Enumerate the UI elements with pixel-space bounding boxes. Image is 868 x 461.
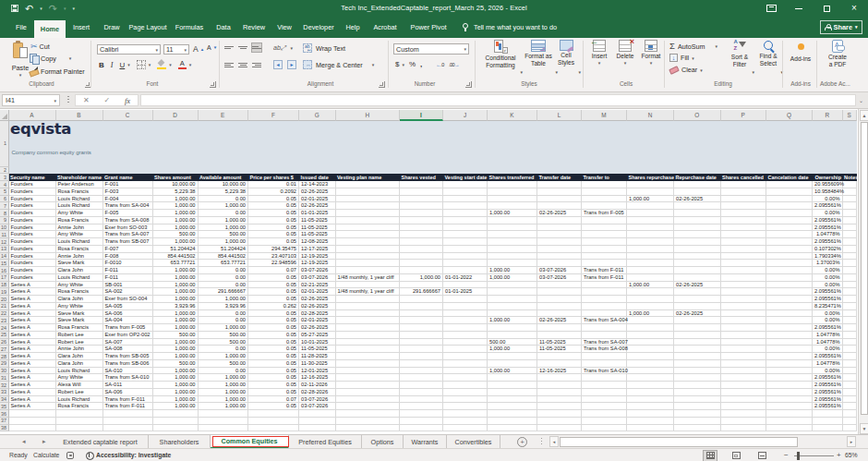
cell-D8[interactable]: 1,000.00: [153, 210, 199, 217]
column-header-L[interactable]: L: [537, 110, 582, 121]
cell-P19[interactable]: [721, 288, 767, 296]
cell-H25[interactable]: [336, 332, 401, 339]
cell-D22[interactable]: 1,000.00: [153, 310, 199, 318]
cell-I11[interactable]: [400, 231, 443, 238]
cell-N37[interactable]: [627, 418, 674, 425]
cell-C30[interactable]: SA-010: [103, 368, 153, 375]
cell-G28[interactable]: 11-28-2025: [299, 353, 336, 360]
cell-L12[interactable]: [537, 238, 582, 246]
ribbon-tab-insert[interactable]: Insert: [66, 17, 97, 38]
cell-A25[interactable]: Series A: [9, 332, 56, 339]
cell-L21[interactable]: [537, 303, 582, 310]
cell-J12[interactable]: [443, 238, 488, 246]
cell-D12[interactable]: 1,000.00: [153, 238, 199, 246]
cell-J6[interactable]: [443, 196, 488, 203]
cell-J36[interactable]: [443, 410, 488, 418]
cell-E21[interactable]: 3,929.96: [199, 303, 249, 310]
cell-G8[interactable]: 01-01-2025: [299, 210, 336, 217]
cell-I27[interactable]: [400, 346, 443, 353]
page-break-view-button[interactable]: [755, 451, 768, 461]
borders-button[interactable]: [137, 60, 146, 69]
cell-O12[interactable]: [674, 238, 721, 246]
cell-D26[interactable]: 1,000.00: [153, 339, 199, 346]
column-header-S[interactable]: S: [843, 110, 858, 121]
cell-K23[interactable]: 1,000.00: [488, 317, 537, 324]
new-sheet-button[interactable]: +: [517, 437, 527, 447]
orientation-button[interactable]: ab⤢: [273, 44, 285, 52]
cell-O17[interactable]: [674, 274, 721, 282]
delete-cells-button[interactable]: × Delete ▾: [612, 40, 638, 78]
cell-A12[interactable]: Founders: [9, 238, 56, 246]
ribbon-tab-formulas[interactable]: Formulas: [169, 17, 210, 38]
italic-button[interactable]: I: [111, 61, 114, 69]
cell-M19[interactable]: [582, 288, 627, 296]
cell-M35[interactable]: [582, 403, 627, 410]
cell-H20[interactable]: [336, 296, 401, 303]
cell-C27[interactable]: SA-008: [103, 346, 153, 353]
cell-A14[interactable]: Founders: [9, 253, 56, 261]
row-header-32[interactable]: 32: [0, 382, 9, 389]
cell-O22[interactable]: 02-26-2025: [674, 310, 721, 318]
cell-P14[interactable]: [721, 253, 767, 261]
cell-L5[interactable]: [537, 188, 582, 196]
number-dialog-launcher[interactable]: [465, 81, 472, 88]
column-header-O[interactable]: O: [674, 110, 721, 121]
cell-Q28[interactable]: [766, 353, 813, 360]
cell-R12[interactable]: 2.095561%: [813, 238, 843, 246]
cell-O4[interactable]: [674, 181, 721, 188]
cell-C33[interactable]: SA-006: [103, 389, 153, 396]
sheet-nav-left-icon[interactable]: ◂: [22, 435, 26, 449]
cell-P9[interactable]: [721, 217, 767, 224]
sheet-tab-convertibles[interactable]: Convertibles: [447, 435, 500, 449]
column-header-A[interactable]: A: [9, 110, 56, 121]
cell-N28[interactable]: [627, 353, 674, 360]
cell-O27[interactable]: [674, 346, 721, 353]
cell-J33[interactable]: [443, 389, 488, 396]
cell-N10[interactable]: [627, 224, 674, 232]
cell-D10[interactable]: 1,000.00: [153, 224, 199, 232]
cell-H24[interactable]: [336, 324, 401, 332]
cell-G26[interactable]: 10-01-2025: [299, 339, 336, 346]
cell-I36[interactable]: [400, 410, 443, 418]
cell-G19[interactable]: 02-01-2025: [299, 288, 336, 296]
cell-C11[interactable]: Trans from SA-007: [103, 231, 153, 238]
cell-K9[interactable]: [488, 217, 537, 224]
cell-O32[interactable]: [674, 382, 721, 389]
cell-G6[interactable]: 02-01-2025: [299, 196, 336, 203]
cell-H34[interactable]: [336, 396, 401, 404]
cell-E8[interactable]: 0.00: [199, 210, 249, 217]
cell-F37[interactable]: [248, 418, 299, 425]
cell-L6[interactable]: [537, 196, 582, 203]
column-header-D[interactable]: D: [153, 110, 199, 121]
cell-O10[interactable]: [674, 224, 721, 232]
cell-B37[interactable]: [56, 418, 103, 425]
cell-H11[interactable]: [336, 231, 401, 238]
cell-F12[interactable]: 0.05: [248, 238, 299, 246]
hscroll-right-button[interactable]: ▸: [847, 436, 856, 447]
cell-D33[interactable]: 1,000.00: [153, 389, 199, 396]
cell-L20[interactable]: [537, 296, 582, 303]
cell-M16[interactable]: Trans from F-011: [582, 267, 627, 274]
restore-button[interactable]: [813, 0, 840, 17]
cell-E24[interactable]: 1,000.00: [199, 324, 249, 332]
font-dialog-launcher[interactable]: [210, 81, 216, 88]
cell-H27[interactable]: [336, 346, 401, 353]
align-right-button[interactable]: [252, 61, 261, 69]
cell-G27[interactable]: 11-05-2025: [299, 346, 336, 353]
cell-I22[interactable]: [400, 310, 443, 318]
cell-H36[interactable]: [336, 410, 401, 418]
cell-L13[interactable]: [537, 246, 582, 253]
cell-G9[interactable]: 11-05-2025: [299, 217, 336, 224]
cell-Q9[interactable]: [766, 217, 813, 224]
cell-O21[interactable]: [674, 303, 721, 310]
increase-decimal-button[interactable]: ←.0: [436, 62, 444, 67]
cell-D18[interactable]: 1,000.00: [153, 282, 199, 289]
cell-I10[interactable]: [400, 224, 443, 232]
cell-R24[interactable]: 2.095561%: [813, 324, 843, 332]
cell-Q10[interactable]: [766, 224, 813, 232]
cell-A23[interactable]: Series A: [9, 317, 56, 324]
cell-D32[interactable]: 1,000.00: [153, 382, 199, 389]
cell-L11[interactable]: [537, 231, 582, 238]
cell-C17[interactable]: F-011: [103, 274, 153, 282]
cell-J11[interactable]: [443, 231, 488, 238]
